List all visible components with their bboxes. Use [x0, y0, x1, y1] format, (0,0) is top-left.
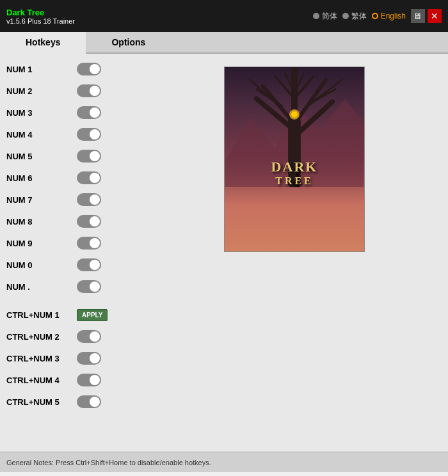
hotkey-row-num9: NUM 9 [6, 234, 147, 252]
hotkey-label-num0: NUM 0 [6, 260, 77, 270]
lang-english-label: English [381, 12, 406, 20]
hotkeys-list: NUM 1 NUM 2 NUM 3 NUM 4 NUM 5 NUM 6 NUM … [6, 60, 147, 445]
title-info: Dark Tree v1.5.6 Plus 18 Trainer [6, 8, 75, 25]
hotkey-row-ctrlnum3: CTRL+NUM 3 [6, 349, 147, 367]
svg-point-19 [291, 111, 298, 118]
app-version: v1.5.6 Plus 18 Trainer [6, 17, 75, 25]
radio-simplified [313, 13, 319, 19]
hotkey-row-num4: NUM 4 [6, 125, 147, 143]
hotkey-label-num2: NUM 2 [6, 86, 77, 96]
game-cover: DARK TREE [224, 67, 365, 252]
lang-traditional[interactable]: 繁体 [342, 11, 367, 22]
toggle-num8[interactable] [77, 215, 101, 228]
game-logo: DARK TREE [225, 159, 364, 187]
minimize-button[interactable]: 🖥 [411, 9, 425, 23]
hotkey-label-num9: NUM 9 [6, 239, 77, 248]
hotkey-label-num8: NUM 8 [6, 217, 77, 226]
hotkey-label-num1: NUM 1 [6, 65, 77, 74]
lang-simplified[interactable]: 简体 [313, 11, 337, 22]
main-content: NUM 1 NUM 2 NUM 3 NUM 4 NUM 5 NUM 6 NUM … [0, 54, 448, 452]
hotkey-row-numdot: NUM . [6, 278, 147, 296]
toggle-ctrlnum5[interactable] [77, 395, 101, 408]
toggle-num2[interactable] [77, 84, 101, 97]
language-controls: 简体 繁体 English 🖥 ✕ [313, 9, 442, 23]
tab-options[interactable]: Options [86, 32, 171, 52]
hotkey-row-ctrlnum1: CTRL+NUM 1 APPLY [6, 306, 147, 324]
toggle-num1[interactable] [77, 63, 101, 75]
radio-english [372, 13, 378, 19]
game-title-text: DARK [225, 159, 364, 175]
hotkey-row-num0: NUM 0 [6, 256, 147, 274]
hotkey-row-num2: NUM 2 [6, 82, 147, 100]
game-subtitle-text: TREE [225, 175, 364, 187]
hotkey-label-ctrlnum2: CTRL+NUM 2 [6, 332, 77, 342]
window-controls: 🖥 ✕ [411, 9, 442, 23]
close-button[interactable]: ✕ [428, 9, 442, 23]
toggle-num3[interactable] [77, 106, 101, 119]
hotkey-row-num5: NUM 5 [6, 147, 147, 165]
hotkey-row-num6: NUM 6 [6, 169, 147, 187]
hotkey-row-ctrlnum2: CTRL+NUM 2 [6, 328, 147, 345]
hotkey-label-numdot: NUM . [6, 282, 77, 292]
game-image-area: DARK TREE [147, 60, 442, 445]
tab-hotkeys[interactable]: Hotkeys [0, 32, 86, 54]
toggle-numdot[interactable] [77, 280, 101, 293]
toggle-num7[interactable] [77, 193, 101, 206]
hotkey-label-num4: NUM 4 [6, 130, 77, 139]
lang-english[interactable]: English [372, 12, 406, 20]
hotkey-row-num3: NUM 3 [6, 104, 147, 122]
app-title: Dark Tree [6, 8, 75, 17]
hotkey-row-num7: NUM 7 [6, 191, 147, 209]
hotkey-row-ctrlnum5: CTRL+NUM 5 [6, 393, 147, 411]
toggle-num4[interactable] [77, 128, 101, 141]
hotkey-label-ctrlnum4: CTRL+NUM 4 [6, 376, 77, 385]
hotkey-label-num5: NUM 5 [6, 152, 77, 161]
toggle-num6[interactable] [77, 171, 101, 184]
footer-text: General Notes: Press Ctrl+Shift+Home to … [6, 459, 211, 466]
hotkey-row-num8: NUM 8 [6, 212, 147, 230]
hotkey-label-num6: NUM 6 [6, 173, 77, 183]
toggle-num9[interactable] [77, 237, 101, 250]
footer: General Notes: Press Ctrl+Shift+Home to … [0, 452, 448, 472]
hotkey-label-ctrlnum3: CTRL+NUM 3 [6, 354, 77, 363]
title-bar: Dark Tree v1.5.6 Plus 18 Trainer 简体 繁体 E… [0, 0, 448, 32]
lang-simplified-label: 简体 [322, 11, 337, 22]
hotkey-label-ctrlnum5: CTRL+NUM 5 [6, 397, 77, 407]
hotkey-label-num3: NUM 3 [6, 108, 77, 118]
toggle-num5[interactable] [77, 150, 101, 163]
toggle-num0[interactable] [77, 258, 101, 271]
toggle-ctrlnum4[interactable] [77, 374, 101, 386]
toggle-ctrlnum2[interactable] [77, 330, 101, 343]
lang-traditional-label: 繁体 [351, 11, 367, 22]
tab-bar: Hotkeys Options [0, 32, 448, 54]
radio-traditional [342, 13, 349, 19]
hotkey-row-ctrlnum4: CTRL+NUM 4 [6, 371, 147, 389]
hotkey-label-num7: NUM 7 [6, 195, 77, 205]
hotkey-row-num1: NUM 1 [6, 60, 147, 78]
toggle-ctrlnum3[interactable] [77, 352, 101, 365]
hotkey-label-ctrlnum1: CTRL+NUM 1 [6, 310, 77, 320]
apply-button[interactable]: APPLY [77, 309, 108, 321]
